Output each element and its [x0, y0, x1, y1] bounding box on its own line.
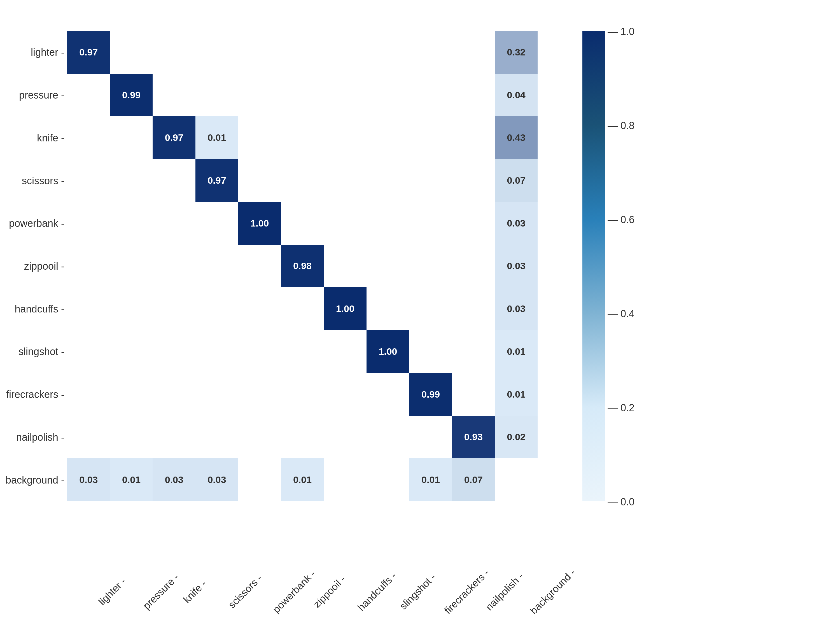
cell-0-0: 0.97: [67, 31, 110, 74]
cell-10-5: 0.01: [281, 458, 324, 501]
cell-10-0: 0.03: [67, 458, 110, 501]
colorbar-label-5: — 0.0: [608, 496, 635, 508]
cell-6-10: 0.03: [495, 287, 538, 330]
row-labels: lighter -pressure -knife -scissors -powe…: [0, 31, 67, 501]
colorbar-label-4: — 0.2: [608, 402, 635, 414]
cell-10-2: 0.03: [153, 458, 196, 501]
cell-6-6: 1.00: [324, 287, 366, 330]
col-label-2: knife -: [181, 578, 208, 605]
cell-9-10: 0.02: [495, 416, 538, 459]
row-label-10: background -: [6, 474, 65, 486]
colorbar-labels: — 1.0— 0.8— 0.6— 0.4— 0.2— 0.0: [608, 31, 641, 501]
colorbar-label-3: — 0.4: [608, 308, 635, 320]
cell-3-3: 0.97: [196, 159, 238, 202]
cell-7-10: 0.01: [495, 330, 538, 373]
row-label-1: pressure -: [19, 89, 65, 101]
row-label-7: slingshot -: [19, 346, 65, 358]
row-label-2: knife -: [37, 132, 65, 144]
colorbar: — 1.0— 0.8— 0.6— 0.4— 0.2— 0.0: [583, 31, 605, 501]
matrix-area: 0.970.320.990.040.970.010.430.970.071.00…: [67, 31, 538, 501]
colorbar-label-2: — 0.6: [608, 214, 635, 226]
col-label-5: zippooil -: [311, 573, 348, 610]
colorbar-label-1: — 0.8: [608, 120, 635, 132]
cell-4-4: 1.00: [238, 202, 281, 245]
cell-3-10: 0.07: [495, 159, 538, 202]
cell-5-5: 0.98: [281, 245, 324, 287]
colorbar-label-0: — 1.0: [608, 26, 635, 38]
row-label-8: firecrackers -: [6, 388, 65, 400]
cell-1-10: 0.04: [495, 74, 538, 117]
col-label-4: powerbank -: [270, 568, 318, 616]
cell-10-3: 0.03: [196, 458, 238, 501]
col-label-10: background -: [527, 567, 577, 617]
col-labels: lighter -pressure -knife -scissors -powe…: [67, 504, 538, 599]
row-label-5: zippooil -: [24, 261, 65, 272]
row-label-6: handcuffs -: [15, 303, 65, 315]
col-label-7: slingshot -: [397, 571, 438, 612]
cell-2-3: 0.01: [196, 116, 238, 159]
col-label-0: lighter -: [96, 576, 128, 608]
row-label-9: nailpolish -: [16, 431, 65, 443]
cell-9-9: 0.93: [452, 416, 495, 459]
cell-2-2: 0.97: [153, 116, 196, 159]
row-label-4: powerbank -: [9, 218, 65, 229]
col-label-3: scissors -: [226, 572, 264, 611]
cell-5-10: 0.03: [495, 245, 538, 287]
col-label-6: handcuffs -: [355, 570, 399, 613]
cell-10-8: 0.01: [409, 458, 452, 501]
cell-10-9: 0.07: [452, 458, 495, 501]
cell-2-10: 0.43: [495, 116, 538, 159]
chart-container: lighter -pressure -knife -scissors -powe…: [0, 0, 840, 630]
colorbar-gradient: [583, 31, 605, 501]
col-label-8: firecrackers -: [442, 567, 492, 616]
cell-8-8: 0.99: [409, 373, 452, 416]
row-label-0: lighter -: [31, 46, 65, 58]
cell-7-7: 1.00: [366, 330, 409, 373]
cell-8-10: 0.01: [495, 373, 538, 416]
cell-1-1: 0.99: [110, 74, 153, 117]
cell-0-10: 0.32: [495, 31, 538, 74]
col-label-1: pressure -: [141, 572, 181, 612]
cell-4-10: 0.03: [495, 202, 538, 245]
cell-10-1: 0.01: [110, 458, 153, 501]
row-label-3: scissors -: [22, 175, 65, 187]
